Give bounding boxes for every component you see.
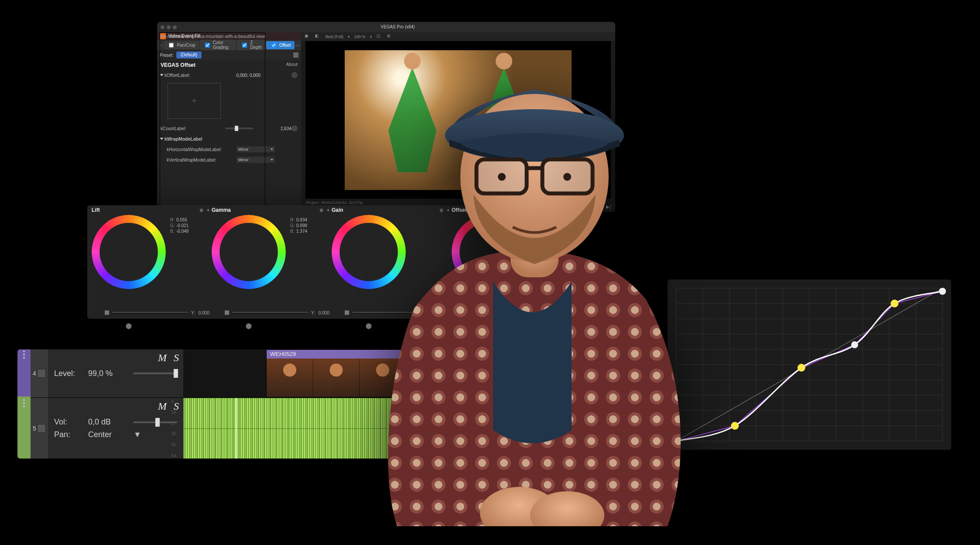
video-track-number[interactable]: 4	[31, 349, 48, 397]
audio-db-scale: 9 18 27 36 45 54	[171, 398, 182, 459]
video-clip-thumbnails	[267, 359, 406, 397]
db-18: 18	[171, 410, 182, 415]
audio-track-lane[interactable]	[183, 398, 406, 459]
curve-node[interactable]	[731, 422, 739, 430]
video-clip[interactable]: WEH0529	[266, 349, 406, 397]
wheel-offset-b[interactable]: 0.920	[536, 229, 547, 234]
wheel-gamma: Gamma ⊚⌖ R:0.934 G:0.998 B:1.374 Y:0.000	[207, 205, 334, 319]
param-offset-caret-icon[interactable]	[160, 74, 164, 76]
preview-viewport[interactable]	[305, 41, 611, 199]
curve-node[interactable]	[939, 288, 946, 295]
audio-track-header[interactable]: 5 Vol: 0,0 dB Pan: Center ▼ M	[17, 398, 183, 459]
timeline-tracks: 4 Level: 99,0 % M S WEH0529	[17, 349, 406, 459]
wheel-gamma-y-reset[interactable]	[225, 310, 229, 315]
wheel-lift-r[interactable]: 0.055	[176, 217, 187, 222]
audio-pan-value[interactable]: Center	[88, 430, 126, 439]
preview-pane: ▣ ◧ Best (Full) ▾ 100 % ▾ ◫ ⊞ Project: 3…	[301, 32, 615, 212]
wheel-lift-b[interactable]: -0.049	[176, 229, 188, 234]
wheel-gain-y-slider[interactable]	[353, 312, 428, 314]
preview-split-icon[interactable]: ◫	[377, 34, 383, 40]
preview-quality[interactable]: Best (Full)	[326, 34, 343, 39]
curve-node[interactable]	[798, 364, 805, 372]
video-track-drag-handle[interactable]	[17, 349, 31, 399]
preview-transport: |◀ ▶ ▶|	[593, 204, 611, 209]
wheel-lift: Lift ⊚⌖ R:0.055 G:-0.021 B:-0.049 Y:0.00…	[87, 205, 214, 319]
wheel-offset: Offset ⊚⌖ R:1.065 G:0.993 B:0.920	[447, 205, 574, 319]
window-min-icon[interactable]	[167, 25, 171, 29]
curve-node[interactable]	[851, 341, 858, 348]
video-track-lane[interactable]: WEH0529	[183, 349, 406, 397]
window-max-icon[interactable]	[173, 25, 177, 29]
audio-mute-button[interactable]: M	[158, 400, 167, 412]
video-track-header[interactable]: 4 Level: 99,0 % M S	[17, 349, 183, 397]
curves-graph[interactable]	[668, 279, 951, 450]
wheel-gain-reset-icon[interactable]: ⊚	[439, 207, 443, 213]
audio-pan-menu-caret[interactable]: ▼	[134, 430, 141, 439]
wheel-offset-reset-icon[interactable]: ⊚	[559, 207, 563, 213]
wheel-gamma-title: Gamma	[212, 207, 231, 213]
save-preset-icon[interactable]	[293, 52, 298, 58]
wheel-offset-picker-icon[interactable]: ⌖	[567, 207, 569, 213]
param-offset-reset-icon[interactable]	[291, 72, 298, 78]
wheel-lift-g[interactable]: -0.021	[176, 223, 188, 228]
fx-tab-offset[interactable]: Offset	[266, 41, 295, 49]
wheel-gamma-g[interactable]: 0.998	[296, 223, 307, 228]
param-count-slider-thumb[interactable]	[235, 126, 238, 131]
fx-chain-bar: Video Event FX: the-man-standing-on-a-mo…	[157, 32, 301, 40]
transport-prev-icon[interactable]: |◀	[593, 204, 598, 209]
db-9: 9	[171, 399, 182, 404]
video-solo-button[interactable]: S	[174, 352, 179, 364]
audio-vol-slider[interactable]	[134, 421, 177, 423]
audio-vol-thumb[interactable]	[155, 418, 160, 427]
audio-track-number[interactable]: 5	[31, 398, 48, 459]
video-track-number-label: 4	[33, 370, 36, 377]
preview-overlay-icon[interactable]: ⊞	[387, 34, 393, 40]
video-level-thumb[interactable]	[174, 369, 178, 378]
video-level-value[interactable]: 99,0 %	[88, 369, 126, 378]
window-controls[interactable]	[161, 25, 177, 29]
wheel-lift-reset-icon[interactable]: ⊚	[199, 207, 203, 213]
preview-project-fmt: Project: 3840x2160x32, 29,970p	[306, 200, 365, 205]
preview-zoom[interactable]: 100 %	[354, 34, 366, 39]
wheel-lift-y-reset[interactable]	[105, 310, 109, 315]
wheel-gamma-reset-icon[interactable]: ⊚	[319, 207, 323, 213]
audio-track: 5 Vol: 0,0 dB Pan: Center ▼ M	[17, 398, 406, 459]
video-mute-button[interactable]: M	[158, 352, 167, 364]
about-link[interactable]: About	[286, 62, 298, 68]
wheel-offset-r[interactable]: 1.065	[536, 217, 547, 222]
waveform-left	[183, 398, 406, 428]
video-level-slider[interactable]	[134, 373, 177, 374]
title-bar[interactable]: VEGAS Pro (x64)	[157, 22, 615, 32]
fx-parameters-pane: Video Event FX: the-man-standing-on-a-mo…	[157, 32, 302, 212]
wheel-gamma-r[interactable]: 0.934	[296, 217, 307, 222]
curve-node[interactable]	[673, 438, 680, 445]
wheel-offset-puck[interactable]	[452, 289, 526, 363]
svg-point-34	[530, 491, 604, 526]
curve-node[interactable]	[891, 300, 898, 307]
window-close-icon[interactable]	[161, 25, 164, 29]
transport-play-icon[interactable]: ▶	[600, 204, 603, 209]
audio-track-drag-handle[interactable]	[17, 397, 31, 459]
param-wrap-caret-icon[interactable]	[160, 138, 164, 140]
transport-next-icon[interactable]: ▶|	[606, 204, 611, 209]
param-count-slider[interactable]	[225, 128, 253, 129]
preview-extmon-icon[interactable]: ▣	[305, 34, 311, 40]
wheel-lift-y-slider[interactable]	[113, 312, 188, 314]
wheel-offset-ring[interactable]	[452, 215, 526, 289]
clip-name: the-man-standing-on-a-mountain-with-a-be…	[160, 32, 265, 40]
wheel-offset-g[interactable]: 0.993	[536, 223, 547, 228]
fx-tab-offset-toggle[interactable]	[271, 43, 276, 48]
param-count-reset-icon[interactable]	[291, 125, 298, 131]
wheel-gamma-b[interactable]: 1.374	[296, 229, 307, 234]
playhead[interactable]	[236, 398, 236, 459]
wheel-gain-ring[interactable]	[332, 215, 406, 289]
wheel-gamma-ring[interactable]	[212, 215, 286, 289]
audio-clip[interactable]	[183, 398, 406, 459]
audio-vol-value[interactable]: 0,0 dB	[88, 417, 126, 427]
wheel-lift-ring[interactable]	[92, 215, 166, 289]
preview-quality-icon[interactable]: ◧	[315, 34, 321, 40]
wheel-gamma-y-slider[interactable]	[233, 312, 308, 314]
wheel-gain-y-reset[interactable]	[345, 310, 349, 315]
chevron-down-icon	[271, 159, 273, 161]
curves-panel[interactable]	[668, 279, 951, 450]
